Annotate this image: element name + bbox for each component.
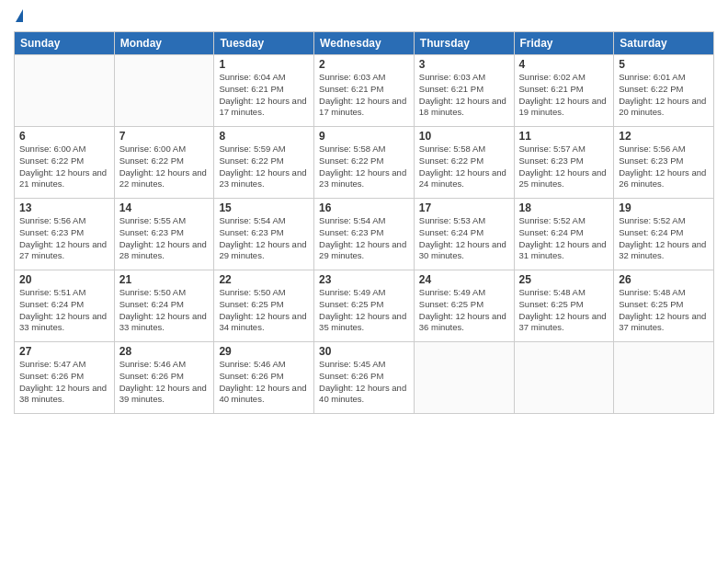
calendar-cell: 15Sunrise: 5:54 AM Sunset: 6:23 PM Dayli…: [214, 199, 314, 270]
day-number: 6: [19, 130, 109, 143]
day-number: 29: [219, 345, 309, 358]
day-number: 24: [419, 273, 509, 286]
day-info: Sunrise: 5:52 AM Sunset: 6:24 PM Dayligh…: [519, 215, 609, 262]
day-number: 1: [219, 58, 309, 71]
day-info: Sunrise: 5:48 AM Sunset: 6:25 PM Dayligh…: [619, 287, 709, 334]
day-number: 20: [19, 273, 109, 286]
calendar-cell: 3Sunrise: 6:03 AM Sunset: 6:21 PM Daylig…: [414, 55, 514, 127]
day-number: 13: [19, 201, 109, 214]
calendar-cell: [414, 342, 514, 414]
calendar-cell: 27Sunrise: 5:47 AM Sunset: 6:26 PM Dayli…: [15, 342, 115, 414]
logo-text: [14, 9, 23, 24]
day-number: 11: [519, 130, 609, 143]
day-number: 5: [619, 58, 709, 71]
day-number: 9: [319, 130, 409, 143]
calendar-cell: 12Sunrise: 5:56 AM Sunset: 6:23 PM Dayli…: [614, 127, 714, 199]
calendar-cell: 9Sunrise: 5:58 AM Sunset: 6:22 PM Daylig…: [314, 127, 415, 199]
day-info: Sunrise: 5:50 AM Sunset: 6:24 PM Dayligh…: [119, 287, 210, 334]
calendar-cell: 1Sunrise: 6:04 AM Sunset: 6:21 PM Daylig…: [214, 55, 314, 127]
calendar-cell: 25Sunrise: 5:48 AM Sunset: 6:25 PM Dayli…: [514, 270, 614, 342]
calendar-cell: 29Sunrise: 5:46 AM Sunset: 6:26 PM Dayli…: [214, 342, 314, 414]
day-number: 4: [519, 58, 609, 71]
calendar-header-thursday: Thursday: [414, 32, 514, 55]
day-number: 2: [319, 58, 409, 71]
calendar-header-wednesday: Wednesday: [314, 32, 415, 55]
day-number: 8: [219, 130, 309, 143]
day-info: Sunrise: 5:45 AM Sunset: 6:26 PM Dayligh…: [319, 359, 409, 406]
day-number: 25: [519, 273, 609, 286]
day-info: Sunrise: 5:59 AM Sunset: 6:22 PM Dayligh…: [219, 144, 309, 190]
calendar-cell: 8Sunrise: 5:59 AM Sunset: 6:22 PM Daylig…: [214, 127, 314, 199]
calendar-cell: 11Sunrise: 5:57 AM Sunset: 6:23 PM Dayli…: [514, 127, 614, 199]
day-info: Sunrise: 5:50 AM Sunset: 6:25 PM Dayligh…: [219, 287, 309, 334]
day-info: Sunrise: 6:04 AM Sunset: 6:21 PM Dayligh…: [219, 72, 309, 119]
day-number: 27: [19, 345, 109, 358]
day-number: 14: [119, 201, 210, 214]
day-number: 16: [319, 201, 409, 214]
calendar-cell: 2Sunrise: 6:03 AM Sunset: 6:21 PM Daylig…: [314, 55, 415, 127]
calendar-cell: 18Sunrise: 5:52 AM Sunset: 6:24 PM Dayli…: [514, 199, 614, 270]
day-number: 12: [619, 130, 709, 143]
calendar-week-row: 27Sunrise: 5:47 AM Sunset: 6:26 PM Dayli…: [15, 342, 714, 414]
calendar-cell: 30Sunrise: 5:45 AM Sunset: 6:26 PM Dayli…: [314, 342, 415, 414]
day-info: Sunrise: 6:01 AM Sunset: 6:22 PM Dayligh…: [619, 72, 709, 119]
day-info: Sunrise: 6:02 AM Sunset: 6:21 PM Dayligh…: [519, 72, 609, 119]
calendar-cell: 20Sunrise: 5:51 AM Sunset: 6:24 PM Dayli…: [15, 270, 115, 342]
page: SundayMondayTuesdayWednesdayThursdayFrid…: [0, 0, 728, 563]
day-info: Sunrise: 5:46 AM Sunset: 6:26 PM Dayligh…: [219, 359, 309, 406]
calendar-cell: 7Sunrise: 6:00 AM Sunset: 6:22 PM Daylig…: [114, 127, 214, 199]
day-info: Sunrise: 5:52 AM Sunset: 6:24 PM Dayligh…: [619, 215, 709, 262]
calendar-header-tuesday: Tuesday: [214, 32, 314, 55]
day-info: Sunrise: 5:58 AM Sunset: 6:22 PM Dayligh…: [319, 144, 409, 190]
day-info: Sunrise: 5:47 AM Sunset: 6:26 PM Dayligh…: [19, 359, 109, 406]
calendar-header-row: SundayMondayTuesdayWednesdayThursdayFrid…: [15, 32, 714, 55]
day-number: 3: [419, 58, 509, 71]
day-number: 15: [219, 201, 309, 214]
logo: [14, 9, 23, 24]
day-number: 21: [119, 273, 210, 286]
day-info: Sunrise: 5:56 AM Sunset: 6:23 PM Dayligh…: [19, 215, 109, 262]
calendar-cell: 19Sunrise: 5:52 AM Sunset: 6:24 PM Dayli…: [614, 199, 714, 270]
calendar-week-row: 1Sunrise: 6:04 AM Sunset: 6:21 PM Daylig…: [15, 55, 714, 127]
calendar-week-row: 20Sunrise: 5:51 AM Sunset: 6:24 PM Dayli…: [15, 270, 714, 342]
calendar-header-friday: Friday: [514, 32, 614, 55]
day-info: Sunrise: 5:58 AM Sunset: 6:22 PM Dayligh…: [419, 144, 509, 190]
calendar-cell: 14Sunrise: 5:55 AM Sunset: 6:23 PM Dayli…: [114, 199, 214, 270]
calendar-header-saturday: Saturday: [614, 32, 714, 55]
day-info: Sunrise: 5:57 AM Sunset: 6:23 PM Dayligh…: [519, 144, 609, 190]
calendar-cell: 6Sunrise: 6:00 AM Sunset: 6:22 PM Daylig…: [15, 127, 115, 199]
calendar-header-sunday: Sunday: [15, 32, 115, 55]
calendar-cell: [114, 55, 214, 127]
day-info: Sunrise: 5:54 AM Sunset: 6:23 PM Dayligh…: [319, 215, 409, 262]
calendar-cell: [514, 342, 614, 414]
calendar-cell: 23Sunrise: 5:49 AM Sunset: 6:25 PM Dayli…: [314, 270, 415, 342]
calendar-cell: 28Sunrise: 5:46 AM Sunset: 6:26 PM Dayli…: [114, 342, 214, 414]
day-number: 19: [619, 201, 709, 214]
calendar-cell: 22Sunrise: 5:50 AM Sunset: 6:25 PM Dayli…: [214, 270, 314, 342]
day-number: 17: [419, 201, 509, 214]
calendar-cell: [15, 55, 115, 127]
calendar-week-row: 6Sunrise: 6:00 AM Sunset: 6:22 PM Daylig…: [15, 127, 714, 199]
day-info: Sunrise: 5:46 AM Sunset: 6:26 PM Dayligh…: [119, 359, 210, 406]
day-info: Sunrise: 5:56 AM Sunset: 6:23 PM Dayligh…: [619, 144, 709, 190]
calendar-table: SundayMondayTuesdayWednesdayThursdayFrid…: [14, 31, 714, 414]
header: [14, 9, 714, 24]
calendar-cell: 13Sunrise: 5:56 AM Sunset: 6:23 PM Dayli…: [15, 199, 115, 270]
calendar-cell: 17Sunrise: 5:53 AM Sunset: 6:24 PM Dayli…: [414, 199, 514, 270]
day-number: 10: [419, 130, 509, 143]
calendar-cell: 24Sunrise: 5:49 AM Sunset: 6:25 PM Dayli…: [414, 270, 514, 342]
calendar-week-row: 13Sunrise: 5:56 AM Sunset: 6:23 PM Dayli…: [15, 199, 714, 270]
day-info: Sunrise: 5:49 AM Sunset: 6:25 PM Dayligh…: [419, 287, 509, 334]
day-info: Sunrise: 5:53 AM Sunset: 6:24 PM Dayligh…: [419, 215, 509, 262]
day-number: 23: [319, 273, 409, 286]
day-info: Sunrise: 6:00 AM Sunset: 6:22 PM Dayligh…: [19, 144, 109, 190]
day-info: Sunrise: 6:00 AM Sunset: 6:22 PM Dayligh…: [119, 144, 210, 190]
calendar-cell: [614, 342, 714, 414]
day-number: 28: [119, 345, 210, 358]
day-info: Sunrise: 5:49 AM Sunset: 6:25 PM Dayligh…: [319, 287, 409, 334]
day-info: Sunrise: 5:51 AM Sunset: 6:24 PM Dayligh…: [19, 287, 109, 334]
logo-triangle-icon: [16, 9, 23, 22]
calendar-cell: 5Sunrise: 6:01 AM Sunset: 6:22 PM Daylig…: [614, 55, 714, 127]
day-info: Sunrise: 6:03 AM Sunset: 6:21 PM Dayligh…: [319, 72, 409, 119]
day-info: Sunrise: 5:48 AM Sunset: 6:25 PM Dayligh…: [519, 287, 609, 334]
